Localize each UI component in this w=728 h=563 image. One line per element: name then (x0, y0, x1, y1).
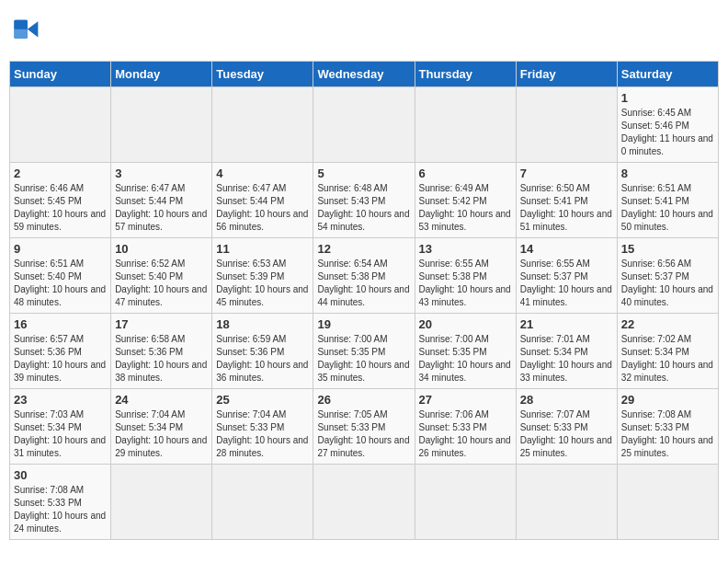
day-info: Sunrise: 6:51 AM Sunset: 5:41 PM Dayligh… (621, 182, 714, 234)
calendar-week-4: 23Sunrise: 7:03 AM Sunset: 5:34 PM Dayli… (10, 389, 719, 465)
day-info: Sunrise: 6:56 AM Sunset: 5:37 PM Dayligh… (621, 258, 714, 309)
calendar-cell: 12Sunrise: 6:54 AM Sunset: 5:38 PM Dayli… (313, 238, 415, 314)
day-info: Sunrise: 6:59 AM Sunset: 5:36 PM Dayligh… (216, 333, 309, 385)
day-number: 9 (14, 242, 107, 256)
calendar-cell (415, 465, 516, 540)
calendar-cell: 2Sunrise: 6:46 AM Sunset: 5:45 PM Daylig… (10, 163, 111, 238)
day-info: Sunrise: 6:48 AM Sunset: 5:43 PM Dayligh… (317, 182, 410, 234)
svg-rect-3 (14, 29, 27, 39)
calendar-cell: 20Sunrise: 7:00 AM Sunset: 5:35 PM Dayli… (415, 314, 516, 389)
day-info: Sunrise: 7:05 AM Sunset: 5:33 PM Dayligh… (317, 408, 410, 460)
day-number: 10 (115, 242, 208, 256)
calendar-cell: 29Sunrise: 7:08 AM Sunset: 5:33 PM Dayli… (617, 389, 718, 465)
calendar-cell: 7Sunrise: 6:50 AM Sunset: 5:41 PM Daylig… (516, 163, 617, 238)
day-info: Sunrise: 6:52 AM Sunset: 5:40 PM Dayligh… (115, 258, 208, 309)
day-number: 20 (419, 317, 512, 331)
day-info: Sunrise: 6:58 AM Sunset: 5:36 PM Dayligh… (115, 333, 208, 385)
day-info: Sunrise: 6:53 AM Sunset: 5:39 PM Dayligh… (216, 258, 309, 309)
calendar-cell: 9Sunrise: 6:51 AM Sunset: 5:40 PM Daylig… (10, 238, 111, 314)
day-number: 1 (621, 91, 714, 105)
calendar-body: 1Sunrise: 6:45 AM Sunset: 5:46 PM Daylig… (10, 87, 719, 540)
day-info: Sunrise: 6:55 AM Sunset: 5:38 PM Dayligh… (419, 258, 512, 309)
calendar-cell (111, 465, 212, 540)
day-number: 26 (317, 393, 410, 407)
day-info: Sunrise: 7:04 AM Sunset: 5:33 PM Dayligh… (216, 408, 309, 460)
calendar-cell: 23Sunrise: 7:03 AM Sunset: 5:34 PM Dayli… (10, 389, 111, 465)
calendar-cell (516, 465, 617, 540)
calendar-cell: 5Sunrise: 6:48 AM Sunset: 5:43 PM Daylig… (313, 163, 415, 238)
day-number: 24 (115, 393, 208, 407)
calendar-cell (212, 87, 313, 163)
day-number: 28 (520, 393, 613, 407)
calendar-cell: 16Sunrise: 6:57 AM Sunset: 5:36 PM Dayli… (10, 314, 111, 389)
day-number: 27 (419, 393, 512, 407)
calendar-table: SundayMondayTuesdayWednesdayThursdayFrid… (9, 61, 719, 540)
day-number: 18 (216, 317, 309, 331)
calendar-week-0: 1Sunrise: 6:45 AM Sunset: 5:46 PM Daylig… (10, 87, 719, 163)
day-number: 21 (520, 317, 613, 331)
day-number: 14 (520, 242, 613, 256)
calendar-cell (313, 87, 415, 163)
calendar-cell: 21Sunrise: 7:01 AM Sunset: 5:34 PM Dayli… (516, 314, 617, 389)
day-header-wednesday: Wednesday (313, 62, 415, 87)
day-number: 25 (216, 393, 309, 407)
calendar-cell: 15Sunrise: 6:56 AM Sunset: 5:37 PM Dayli… (617, 238, 718, 314)
day-number: 17 (115, 317, 208, 331)
day-info: Sunrise: 6:50 AM Sunset: 5:41 PM Dayligh… (520, 182, 613, 234)
calendar-cell (516, 87, 617, 163)
calendar-cell (111, 87, 212, 163)
day-number: 23 (14, 393, 107, 407)
calendar-cell: 13Sunrise: 6:55 AM Sunset: 5:38 PM Dayli… (415, 238, 516, 314)
calendar-cell (212, 465, 313, 540)
day-header-tuesday: Tuesday (212, 62, 313, 87)
calendar-cell: 14Sunrise: 6:55 AM Sunset: 5:37 PM Dayli… (516, 238, 617, 314)
day-info: Sunrise: 6:49 AM Sunset: 5:42 PM Dayligh… (419, 182, 512, 234)
day-info: Sunrise: 7:03 AM Sunset: 5:34 PM Dayligh… (14, 408, 107, 460)
calendar-cell: 3Sunrise: 6:47 AM Sunset: 5:44 PM Daylig… (111, 163, 212, 238)
page-header (9, 9, 719, 53)
calendar-cell: 6Sunrise: 6:49 AM Sunset: 5:42 PM Daylig… (415, 163, 516, 238)
calendar-cell: 17Sunrise: 6:58 AM Sunset: 5:36 PM Dayli… (111, 314, 212, 389)
day-number: 11 (216, 242, 309, 256)
calendar-cell: 26Sunrise: 7:05 AM Sunset: 5:33 PM Dayli… (313, 389, 415, 465)
day-number: 7 (520, 167, 613, 180)
calendar-cell (10, 87, 111, 163)
calendar-cell: 1Sunrise: 6:45 AM Sunset: 5:46 PM Daylig… (617, 87, 718, 163)
day-number: 15 (621, 242, 714, 256)
calendar-cell: 19Sunrise: 7:00 AM Sunset: 5:35 PM Dayli… (313, 314, 415, 389)
day-info: Sunrise: 6:46 AM Sunset: 5:45 PM Dayligh… (14, 182, 107, 234)
calendar-cell: 24Sunrise: 7:04 AM Sunset: 5:34 PM Dayli… (111, 389, 212, 465)
day-number: 8 (621, 167, 714, 180)
calendar-week-1: 2Sunrise: 6:46 AM Sunset: 5:45 PM Daylig… (10, 163, 719, 238)
day-info: Sunrise: 7:07 AM Sunset: 5:33 PM Dayligh… (520, 408, 613, 460)
calendar-cell: 18Sunrise: 6:59 AM Sunset: 5:36 PM Dayli… (212, 314, 313, 389)
calendar-cell: 30Sunrise: 7:08 AM Sunset: 5:33 PM Dayli… (10, 465, 111, 540)
calendar-cell: 10Sunrise: 6:52 AM Sunset: 5:40 PM Dayli… (111, 238, 212, 314)
day-header-saturday: Saturday (617, 62, 718, 87)
day-info: Sunrise: 6:54 AM Sunset: 5:38 PM Dayligh… (317, 258, 410, 309)
day-number: 5 (317, 167, 410, 180)
day-info: Sunrise: 7:04 AM Sunset: 5:34 PM Dayligh… (115, 408, 208, 460)
day-number: 4 (216, 167, 309, 180)
calendar-cell: 27Sunrise: 7:06 AM Sunset: 5:33 PM Dayli… (415, 389, 516, 465)
day-number: 6 (419, 167, 512, 180)
logo-icon (13, 15, 46, 48)
day-info: Sunrise: 7:00 AM Sunset: 5:35 PM Dayligh… (317, 333, 410, 385)
day-info: Sunrise: 7:08 AM Sunset: 5:33 PM Dayligh… (621, 408, 714, 460)
day-info: Sunrise: 7:06 AM Sunset: 5:33 PM Dayligh… (419, 408, 512, 460)
day-header-sunday: Sunday (10, 62, 111, 87)
calendar-week-5: 30Sunrise: 7:08 AM Sunset: 5:33 PM Dayli… (10, 465, 719, 540)
day-header-friday: Friday (516, 62, 617, 87)
calendar-cell: 22Sunrise: 7:02 AM Sunset: 5:34 PM Dayli… (617, 314, 718, 389)
svg-marker-2 (28, 21, 39, 37)
day-info: Sunrise: 6:57 AM Sunset: 5:36 PM Dayligh… (14, 333, 107, 385)
day-number: 30 (14, 468, 107, 482)
day-number: 22 (621, 317, 714, 331)
calendar-cell (313, 465, 415, 540)
calendar-cell: 4Sunrise: 6:47 AM Sunset: 5:44 PM Daylig… (212, 163, 313, 238)
day-number: 19 (317, 317, 410, 331)
svg-rect-1 (14, 20, 27, 29)
day-info: Sunrise: 6:45 AM Sunset: 5:46 PM Dayligh… (621, 107, 714, 158)
day-header-monday: Monday (111, 62, 212, 87)
day-info: Sunrise: 6:55 AM Sunset: 5:37 PM Dayligh… (520, 258, 613, 309)
